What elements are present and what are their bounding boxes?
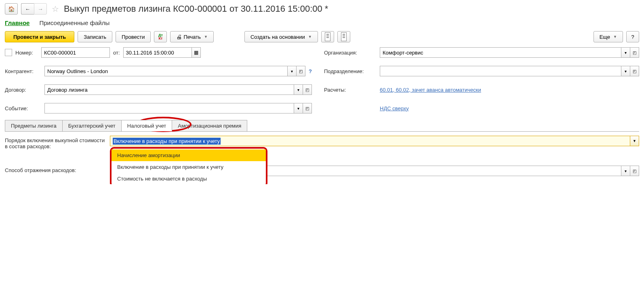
home-button[interactable]: 🏠 bbox=[5, 3, 18, 15]
star-icon[interactable]: ☆ bbox=[52, 4, 59, 14]
open-icon: ◰ bbox=[633, 69, 636, 74]
counterparty-dropdown-button[interactable]: ▾ bbox=[288, 66, 297, 76]
order-option-3[interactable]: Стоимость не включается в расходы bbox=[112, 173, 266, 184]
counterparty-help[interactable]: ? bbox=[309, 68, 312, 74]
dtkt-button[interactable]: ДтКт bbox=[154, 31, 167, 42]
open-icon: ◰ bbox=[305, 88, 309, 92]
caret-down-icon: ▼ bbox=[204, 35, 208, 39]
contract-dropdown-button[interactable]: ▾ bbox=[294, 84, 303, 95]
order-dropdown-menu: Начисление амортизации Включение в расхо… bbox=[110, 147, 267, 184]
arrow-left-icon: ← bbox=[25, 6, 30, 12]
org-label: Организация: bbox=[324, 50, 377, 56]
create-on-basis-button[interactable]: Создать на основании ▼ bbox=[244, 31, 318, 42]
caret-down-icon: ▼ bbox=[308, 35, 312, 39]
post-button[interactable]: Провести bbox=[116, 31, 151, 42]
section-main[interactable]: Главное bbox=[5, 19, 29, 26]
document-icon bbox=[341, 32, 347, 41]
caret-down-icon: ▼ bbox=[613, 35, 617, 39]
open-icon: ◰ bbox=[299, 69, 303, 74]
counterparty-label: Контрагент: bbox=[5, 68, 41, 74]
section-files[interactable]: Присоединенные файлы bbox=[39, 19, 109, 26]
number-input[interactable] bbox=[41, 47, 110, 58]
caret-down-icon: ▾ bbox=[297, 88, 299, 92]
document-icon bbox=[325, 32, 330, 41]
caret-down-icon: ▼ bbox=[633, 139, 636, 143]
caret-down-icon: ▾ bbox=[625, 169, 627, 173]
method-dropdown-button[interactable]: ▾ bbox=[621, 166, 630, 176]
forward-button[interactable]: → bbox=[34, 3, 47, 15]
counterparty-open-button[interactable]: ◰ bbox=[297, 66, 305, 76]
contract-input[interactable] bbox=[44, 84, 294, 95]
calculations-label: Расчеты: bbox=[324, 87, 377, 93]
help-button[interactable]: ? bbox=[626, 31, 639, 42]
doc-mode-icon bbox=[5, 49, 12, 56]
order-dropdown-button[interactable]: ▼ bbox=[630, 136, 639, 146]
tab-accounting[interactable]: Бухгалтерский учет bbox=[62, 120, 122, 131]
order-option-1[interactable]: Начисление амортизации bbox=[112, 149, 266, 161]
print-button[interactable]: 🖨 Печать ▼ bbox=[170, 31, 214, 42]
division-open-button[interactable]: ◰ bbox=[630, 66, 639, 76]
calculations-link[interactable]: 60.01, 60.02, зачет аванса автоматически bbox=[380, 87, 481, 93]
event-dropdown-button[interactable]: ▾ bbox=[294, 103, 303, 113]
org-input[interactable] bbox=[380, 47, 621, 58]
home-icon: 🏠 bbox=[8, 6, 15, 12]
caret-down-icon: ▾ bbox=[297, 106, 299, 111]
open-icon: ◰ bbox=[633, 50, 636, 55]
event-open-button[interactable]: ◰ bbox=[303, 103, 312, 113]
date-input[interactable] bbox=[123, 47, 192, 58]
more-button[interactable]: Еще ▼ bbox=[593, 31, 623, 42]
from-label: от: bbox=[113, 50, 120, 56]
method-label: Способ отражения расходов: bbox=[5, 166, 106, 173]
org-open-button[interactable]: ◰ bbox=[630, 47, 639, 58]
counterparty-input[interactable] bbox=[44, 66, 288, 76]
calendar-icon: ▦ bbox=[194, 50, 198, 55]
caret-down-icon: ▾ bbox=[625, 50, 627, 55]
print-label: Печать bbox=[183, 34, 201, 40]
page-title: Выкуп предметов лизинга КС00-000001 от 3… bbox=[64, 4, 328, 14]
printer-icon: 🖨 bbox=[176, 34, 182, 40]
org-dropdown-button[interactable]: ▾ bbox=[621, 47, 630, 58]
vat-link[interactable]: НДС сверху bbox=[380, 105, 409, 111]
order-select[interactable]: Включение в расходы при принятии к учету bbox=[110, 136, 630, 146]
open-icon: ◰ bbox=[633, 169, 636, 173]
doc-button-1[interactable] bbox=[321, 31, 334, 42]
tab-tax-accounting[interactable]: Налоговый учет bbox=[121, 120, 172, 131]
dtkt-icon: ДтКт bbox=[158, 34, 163, 40]
order-selected-value: Включение в расходы при принятии к учету bbox=[113, 138, 221, 145]
date-picker-button[interactable]: ▦ bbox=[192, 47, 201, 58]
method-open-button[interactable]: ◰ bbox=[630, 166, 639, 176]
number-label: Номер: bbox=[15, 50, 38, 56]
division-dropdown-button[interactable]: ▾ bbox=[621, 66, 630, 76]
arrow-right-icon: → bbox=[38, 6, 43, 12]
caret-down-icon: ▾ bbox=[625, 69, 627, 74]
division-input[interactable] bbox=[380, 66, 621, 76]
open-icon: ◰ bbox=[305, 106, 309, 111]
save-button[interactable]: Записать bbox=[78, 31, 112, 42]
tab-leasing-items[interactable]: Предметы лизинга bbox=[5, 120, 63, 131]
event-input[interactable] bbox=[44, 103, 294, 113]
create-on-basis-label: Создать на основании bbox=[250, 34, 305, 40]
order-option-2[interactable]: Включение в расходы при принятии к учету bbox=[112, 161, 266, 173]
back-button[interactable]: ← bbox=[21, 3, 34, 15]
order-label: Порядок включения выкупной стоимости в с… bbox=[5, 136, 106, 149]
division-label: Подразделение: bbox=[324, 68, 377, 74]
event-label: Событие: bbox=[5, 105, 41, 111]
caret-down-icon: ▾ bbox=[291, 69, 293, 74]
post-and-close-button[interactable]: Провести и закрыть bbox=[5, 31, 74, 42]
contract-open-button[interactable]: ◰ bbox=[303, 84, 312, 95]
contract-label: Договор: bbox=[5, 87, 41, 93]
more-label: Еще bbox=[600, 34, 610, 40]
doc-button-2[interactable] bbox=[337, 31, 350, 42]
tab-depreciation-bonus[interactable]: Амортизационная премия bbox=[172, 120, 247, 131]
